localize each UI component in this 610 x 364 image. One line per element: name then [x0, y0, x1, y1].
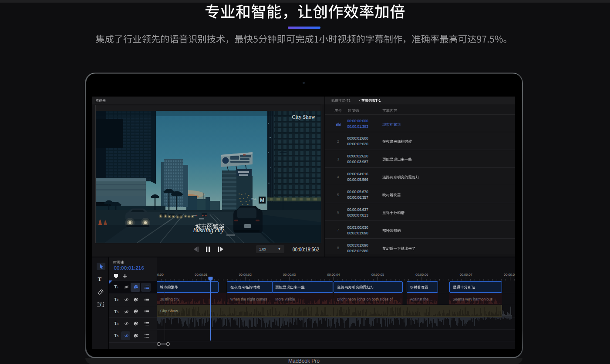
svg-text:T: T	[99, 303, 102, 307]
